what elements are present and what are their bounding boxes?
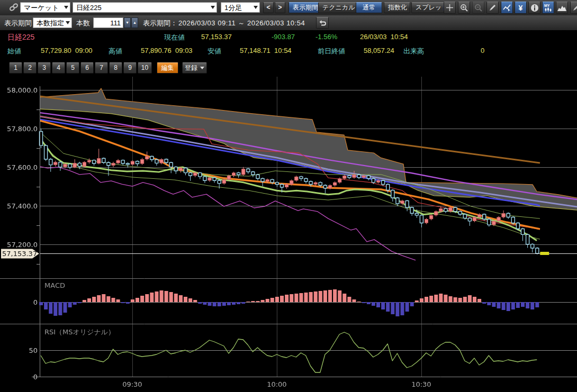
low-value: 57,148.71 10:54	[240, 47, 292, 54]
edit-button[interactable]: 編集	[157, 62, 178, 74]
chevron-down-icon	[211, 6, 215, 9]
symbol-select[interactable]: 日経225	[73, 2, 217, 13]
trend-cursor-icon	[503, 4, 511, 12]
market-select-value: マーケット	[24, 4, 59, 12]
change-percent: -1.56%	[315, 33, 337, 41]
preset-button-6[interactable]: 6	[80, 62, 94, 74]
preset-button-7[interactable]: 7	[95, 62, 108, 74]
yen-icon: ¥	[519, 4, 523, 12]
volume-value: 0	[481, 47, 484, 54]
zoom-in-icon	[460, 4, 468, 12]
draw-tool-icon	[572, 4, 577, 12]
svg-text:MY: MY	[544, 4, 550, 7]
range-value: 2026/03/03 09:11 ～ 2026/03/03 10:54	[178, 19, 305, 28]
mountain-chart-button[interactable]	[556, 2, 568, 14]
preset-button-4[interactable]: 4	[52, 62, 65, 74]
preset-button-10[interactable]: 10	[138, 62, 152, 74]
preset-button-8[interactable]: 8	[109, 62, 122, 74]
main-toolbar: マーケット 日経225 1分足 < > 表示期間 テクニカル 通常 指数化 スプ…	[0, 0, 577, 16]
high-value: 57,890.76 09:03	[141, 47, 193, 54]
open-label: 始値	[7, 47, 21, 56]
current-label: 現在値	[164, 33, 185, 42]
zoom-out-button	[472, 2, 484, 14]
current-value: 57,153.37	[201, 33, 232, 41]
prev-close-label: 前日終値	[318, 47, 345, 56]
prev-button[interactable]: <	[263, 2, 274, 13]
preset-button-9[interactable]: 9	[123, 62, 137, 74]
next-button[interactable]: >	[275, 2, 285, 13]
trend-cursor-button[interactable]	[501, 2, 513, 14]
chevron-down-icon	[254, 6, 258, 9]
pencil-button[interactable]	[486, 2, 499, 14]
link-icon[interactable]	[8, 3, 19, 12]
my-chart-icon: MY	[544, 3, 553, 12]
change-value: -903.87	[272, 33, 295, 41]
reload-icon	[319, 20, 327, 26]
period-mode-select[interactable]: 本数指定	[33, 17, 72, 28]
symbol-select-value: 日経225	[76, 4, 102, 12]
technical-button[interactable]: テクニカル	[318, 2, 359, 13]
zoom-in-button[interactable]	[458, 2, 470, 14]
chart-window: マーケット 日経225 1分足 < > 表示期間 テクニカル 通常 指数化 スプ…	[0, 0, 577, 392]
draw-tool-button[interactable]	[570, 2, 577, 14]
reload-button[interactable]	[316, 17, 329, 29]
market-select[interactable]: マーケット	[20, 2, 70, 13]
info-icon	[530, 4, 539, 12]
register-button[interactable]: 登録	[182, 62, 207, 74]
interval-select-value: 1分足	[224, 4, 242, 12]
count-decrement-button[interactable]: ▼	[124, 17, 131, 28]
quote-panel: 日経225 現在値 57,153.37 -903.87 -1.56% 26/03…	[0, 30, 577, 61]
period-toolbar: 表示期間 本数指定 本数 111 ▼ ▲ 表示期間： 2026/03/03 09…	[0, 15, 577, 31]
zoom-out-icon	[474, 4, 483, 12]
yen-button[interactable]: ¥	[515, 2, 527, 14]
crosshair-plus-icon	[446, 4, 454, 12]
mountain-chart-icon	[557, 4, 566, 12]
indexed-mode-button[interactable]: 指数化	[384, 2, 410, 13]
chevron-down-icon	[200, 67, 204, 69]
preset-button-3[interactable]: 3	[38, 62, 51, 74]
preset-button-5[interactable]: 5	[66, 62, 79, 74]
prev-close-value: 58,057.24	[364, 47, 394, 54]
pencil-icon	[489, 4, 497, 12]
period-mode-value: 本数指定	[37, 19, 64, 27]
info-button[interactable]	[528, 2, 540, 14]
quote-row-ohlc: 始値 57,729.80 09:00 高値 57,890.76 09:03 安値…	[0, 47, 577, 58]
display-period-button[interactable]: 表示期間	[288, 2, 322, 13]
period-label: 表示期間	[4, 19, 32, 28]
open-value: 57,729.80 09:00	[41, 47, 93, 54]
quote-datetime: 26/03/03 10:54	[360, 33, 408, 41]
interval-select[interactable]: 1分足	[221, 2, 260, 13]
chevron-down-icon	[66, 21, 70, 24]
volume-label: 出来高	[403, 47, 424, 56]
preset-bar: 1 2 3 4 5 6 7 8 9 10 編集 登録	[0, 61, 577, 76]
low-label: 安値	[208, 47, 221, 56]
range-label: 表示期間：	[143, 19, 177, 28]
quote-row-current: 日経225 現在値 57,153.37 -903.87 -1.56% 26/03…	[0, 33, 577, 44]
crosshair-plus-button[interactable]	[444, 2, 456, 14]
register-label: 登録	[185, 64, 197, 71]
symbol-name: 日経225	[7, 33, 34, 42]
price-chart-canvas[interactable]	[0, 76, 577, 392]
high-label: 高値	[109, 47, 122, 56]
normal-mode-button[interactable]: 通常	[356, 2, 382, 13]
count-increment-button[interactable]: ▲	[131, 17, 138, 28]
my-chart-button[interactable]: MY	[542, 2, 554, 14]
preset-button-2[interactable]: 2	[23, 62, 37, 74]
preset-button-1[interactable]: 1	[9, 62, 22, 74]
chevron-down-icon	[64, 6, 68, 9]
count-input[interactable]: 111	[93, 17, 123, 28]
count-label: 本数	[76, 19, 90, 28]
